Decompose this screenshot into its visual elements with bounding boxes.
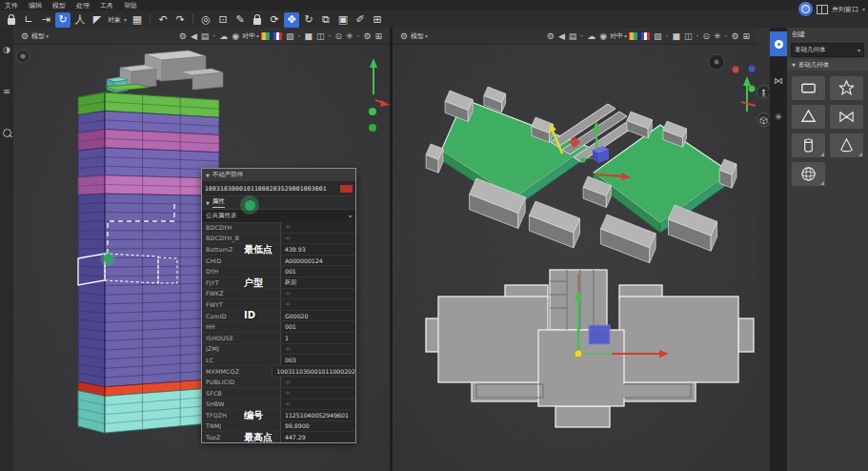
attribute-row[interactable]: FWKZ∞ xyxy=(202,289,355,300)
settings-gear-icon[interactable]: ⚙ xyxy=(731,31,738,41)
category-dropdown[interactable]: 基础几何体 ▾ xyxy=(791,43,864,57)
attribute-value[interactable]: 439.93 xyxy=(280,244,355,255)
viewport-right-canvas[interactable] xyxy=(393,45,757,471)
center-caret-icon[interactable]: ▾ xyxy=(624,32,627,39)
cursor-icon[interactable]: ◀ xyxy=(558,31,565,41)
menu-edit[interactable]: 编辑 xyxy=(29,1,42,10)
lock-selection-button[interactable] xyxy=(4,12,19,28)
bowtie-primitive-button[interactable] xyxy=(830,105,863,129)
mode-gear-icon[interactable]: ⚙ xyxy=(400,31,408,41)
attribute-row[interactable]: SFCB∞ xyxy=(202,388,355,399)
cursor-icon[interactable]: ◀ xyxy=(191,31,197,41)
select-marquee-button[interactable]: ⊡ xyxy=(215,12,231,28)
display-mode-label[interactable]: 模型 xyxy=(411,31,424,41)
rotate-tool-button[interactable]: ↻ xyxy=(301,12,316,28)
attribute-row[interactable]: JZMJ∞ xyxy=(202,344,355,356)
attribute-value[interactable]: ∞ xyxy=(280,289,355,299)
id-action-button[interactable] xyxy=(340,185,353,193)
star-primitive-button[interactable] xyxy=(830,76,863,100)
attribute-value[interactable]: G00020 xyxy=(280,311,355,321)
cylinder-primitive-button[interactable] xyxy=(792,133,825,157)
cone-primitive-button[interactable] xyxy=(830,133,863,157)
attribute-row[interactable]: HH001 xyxy=(202,321,355,333)
walk-mode-button[interactable] xyxy=(757,85,771,99)
menu-model[interactable]: 模型 xyxy=(52,1,66,10)
tab-display[interactable]: ✳ xyxy=(770,104,787,129)
display-mode-caret-icon[interactable]: ▾ xyxy=(46,32,49,39)
attribute-row[interactable]: TFQZH编号11251040052949601 xyxy=(202,410,355,421)
center-label[interactable]: 对中 xyxy=(242,31,255,41)
orbit-mode-button[interactable] xyxy=(757,113,771,127)
tab-create[interactable] xyxy=(770,31,787,56)
attribute-value[interactable]: A000000124 xyxy=(280,256,355,266)
effects-icon[interactable]: ✳ xyxy=(346,31,353,41)
effects-icon[interactable]: ✳ xyxy=(714,31,721,41)
attribute-value[interactable]: 001 xyxy=(280,321,355,332)
outline-list-icon[interactable]: ≡ xyxy=(3,87,10,96)
pivot-cycle-button[interactable]: ⟳ xyxy=(267,12,282,28)
attribute-row[interactable]: FWYT∞ xyxy=(202,299,355,311)
attribute-row[interactable]: LC003 xyxy=(202,355,355,366)
attribute-row[interactable]: BDCDYH_B∞ xyxy=(202,234,355,245)
property-panel-title[interactable]: ▼ 不动产部件 xyxy=(202,169,355,181)
view-axis-gizmo[interactable] xyxy=(709,54,756,112)
menu-tools[interactable]: 工具 xyxy=(100,1,113,10)
attribute-row[interactable]: MXMMCQZ100311030001011000202 xyxy=(202,366,355,378)
solid-fill-icon[interactable]: ■ xyxy=(673,31,681,41)
attribute-value[interactable]: ∞ xyxy=(280,222,355,233)
attribute-value[interactable]: 100311030001011000202 xyxy=(272,366,355,377)
shade-mode-icon[interactable]: ▧ xyxy=(286,31,294,41)
display-gear-icon[interactable]: ⚙ xyxy=(547,31,555,41)
attribute-row[interactable]: ISHOUSE1 xyxy=(202,333,355,344)
attribute-row[interactable]: PUBLICID∞ xyxy=(202,377,355,388)
attribute-value[interactable]: ∞ xyxy=(280,399,355,410)
attribute-value[interactable]: ∞ xyxy=(280,377,355,387)
entity-id-value[interactable]: 10031030001011000203529001003001 xyxy=(205,185,340,192)
solid-fill-icon[interactable]: ■ xyxy=(305,31,313,41)
sphere-primitive-button[interactable] xyxy=(792,162,825,186)
object-filter-caret-icon[interactable]: ▾ xyxy=(124,16,127,23)
display-gear-icon[interactable]: ⚙ xyxy=(179,31,187,41)
attribute-row[interactable]: TopZ最高点447.29 xyxy=(202,432,355,442)
tile-windows-icon[interactable]: ⊞ xyxy=(742,31,750,41)
app-logo-icon[interactable] xyxy=(798,2,813,16)
redo-button[interactable]: ↷ xyxy=(172,12,188,28)
attribute-row[interactable]: ComIDIDG00020 xyxy=(202,311,355,322)
undo-button[interactable]: ↶ xyxy=(155,12,171,28)
tile-windows-icon[interactable]: ⊞ xyxy=(374,31,382,41)
attribute-row[interactable]: FJYT户型跃层 xyxy=(202,277,355,289)
gizmo-ball-icon[interactable]: ◑ xyxy=(3,45,10,54)
attribute-value[interactable]: 98.8900 xyxy=(280,421,355,432)
axis-tripod-button[interactable]: 人 xyxy=(72,12,88,28)
tab-modify[interactable]: ⋈ xyxy=(770,68,787,92)
section-header[interactable]: ▼ 基础几何体 xyxy=(787,59,868,71)
lock-edit-button[interactable] xyxy=(250,12,265,28)
menu-help[interactable]: 帮助 xyxy=(124,1,137,10)
view-axis-gizmo[interactable] xyxy=(369,58,390,132)
plane-primitive-button[interactable] xyxy=(792,76,825,100)
scale-tool-button[interactable]: ⧉ xyxy=(318,12,333,28)
center-caret-icon[interactable]: ▾ xyxy=(256,32,259,39)
material-flag-icon[interactable] xyxy=(641,32,650,40)
attribute-row[interactable]: DYH001 xyxy=(202,266,355,277)
view-mode-button[interactable]: ◎ xyxy=(198,12,213,28)
cloud-layers-icon[interactable]: ☁ xyxy=(587,31,595,41)
building-tower[interactable] xyxy=(78,92,219,433)
attribute-row[interactable]: SHBW∞ xyxy=(202,399,355,411)
menu-process[interactable]: 处理 xyxy=(76,1,90,10)
region-select-button[interactable]: ▣ xyxy=(335,12,351,28)
attribute-row[interactable]: BDCDYH∞ xyxy=(202,222,355,234)
material-flag-icon[interactable] xyxy=(273,32,282,40)
search-icon[interactable] xyxy=(3,129,11,139)
center-target-icon[interactable]: ◉ xyxy=(599,31,607,41)
object-box-icon[interactable]: ▤ xyxy=(201,31,210,41)
layout-mode-label[interactable]: 并列窗口 xyxy=(832,5,858,14)
texture-pattern-icon[interactable]: ⊙ xyxy=(702,31,710,41)
attribute-value[interactable]: 1 xyxy=(280,333,355,343)
split-window-icon[interactable] xyxy=(817,5,828,14)
edge-display-icon[interactable]: ◫ xyxy=(316,31,325,41)
layout-grid-button[interactable]: ⊞ xyxy=(370,12,385,28)
color-ramp-icon[interactable] xyxy=(261,32,270,40)
floor-slab-3d[interactable] xyxy=(426,87,737,263)
cloud-layers-icon[interactable]: ☁ xyxy=(219,31,228,41)
